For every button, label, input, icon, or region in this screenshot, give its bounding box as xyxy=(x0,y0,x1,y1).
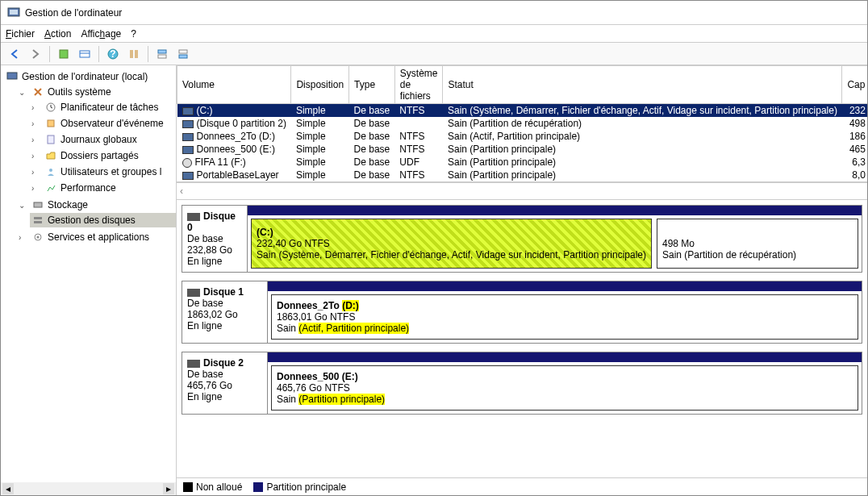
col-type[interactable]: Type xyxy=(349,66,395,104)
volume-header-row[interactable]: Volume Disposition Type Système de fichi… xyxy=(177,66,869,104)
volume-icon xyxy=(182,146,194,154)
expand-icon[interactable]: › xyxy=(19,233,28,242)
svg-rect-10 xyxy=(158,55,166,58)
scroll-left-icon[interactable]: ◂ xyxy=(2,483,14,494)
volume-row[interactable]: (Disque 0 partition 2)SimpleDe baseSain … xyxy=(177,117,869,130)
toolbar-separator xyxy=(49,46,50,62)
col-disposition[interactable]: Disposition xyxy=(291,66,349,104)
properties-button[interactable] xyxy=(76,45,94,63)
volume-icon xyxy=(182,172,194,180)
disk-header-bar xyxy=(268,281,862,291)
volume-icon xyxy=(182,120,194,128)
tree-disk-management[interactable]: Gestion des disques xyxy=(30,213,176,227)
partition-d[interactable]: Donnees_2To (D:) 1863,01 Go NTFS Sain (A… xyxy=(271,294,858,340)
view-top-button[interactable] xyxy=(153,45,171,63)
svg-rect-11 xyxy=(179,50,187,53)
disk-1[interactable]: Disque 1 De base 1863,02 Go En ligne Don… xyxy=(182,281,862,344)
tree-pane[interactable]: Gestion de l'ordinateur (local) ⌄ Outils… xyxy=(1,65,177,495)
tree-task-scheduler[interactable]: ›Planificateur de tâches xyxy=(30,100,176,115)
content-pane: Volume Disposition Type Système de fichi… xyxy=(177,65,867,495)
toolbar: ? xyxy=(1,43,867,65)
tree-shared-folders[interactable]: ›Dossiers partagés xyxy=(30,148,176,163)
svg-rect-13 xyxy=(7,73,17,79)
tree-system-tools[interactable]: ⌄ Outils système xyxy=(17,85,176,99)
tree-performance[interactable]: ›Performance xyxy=(30,181,176,195)
tree-horizontal-scrollbar[interactable]: ◂ ▸ xyxy=(1,482,176,495)
tree-users-groups[interactable]: ›Utilisateurs et groupes l xyxy=(30,165,176,179)
legend-unallocated: Non alloué xyxy=(183,481,242,493)
col-status[interactable]: Statut xyxy=(443,66,842,104)
toolbar-separator xyxy=(148,46,148,62)
expand-icon[interactable]: › xyxy=(31,119,41,128)
svg-rect-12 xyxy=(179,55,187,58)
disk-graphical-view[interactable]: Disque 0 De base 232,88 Go En ligne (C:)… xyxy=(177,200,867,477)
view-list-button[interactable] xyxy=(125,45,143,63)
svg-rect-16 xyxy=(48,135,54,144)
tree-event-viewer[interactable]: ›Observateur d'événeme xyxy=(30,116,176,131)
expand-icon[interactable]: › xyxy=(31,184,41,193)
disk-2[interactable]: Disque 2 De base 465,76 Go En ligne Donn… xyxy=(182,352,862,415)
perf-icon xyxy=(44,181,57,194)
svg-point-17 xyxy=(49,169,52,172)
scroll-left-icon: ‹ xyxy=(180,185,183,197)
window-title: Gestion de l'ordinateur xyxy=(25,7,122,19)
svg-rect-8 xyxy=(135,50,138,58)
legend-primary: Partition principale xyxy=(253,481,346,493)
volume-list[interactable]: Volume Disposition Type Système de fichi… xyxy=(177,65,867,182)
clock-icon xyxy=(44,101,57,114)
partition-recovery[interactable]: 498 Mo Sain (Partition de récupération) xyxy=(657,219,858,269)
disk-header-bar xyxy=(268,352,862,362)
volume-icon xyxy=(182,158,192,168)
menu-action[interactable]: Action xyxy=(44,28,71,40)
disk-0[interactable]: Disque 0 De base 232,88 Go En ligne (C:)… xyxy=(182,205,862,273)
expand-icon[interactable]: › xyxy=(31,168,41,177)
help-button[interactable]: ? xyxy=(104,45,122,63)
menu-view[interactable]: Affichage xyxy=(81,28,121,40)
tree-global-logs[interactable]: ›Journaux globaux xyxy=(30,132,176,147)
svg-rect-19 xyxy=(34,217,42,219)
back-button[interactable] xyxy=(6,45,23,63)
collapse-icon[interactable]: ⌄ xyxy=(19,88,28,97)
volume-row[interactable]: FIFA 11 (F:)SimpleDe baseUDFSain (Partit… xyxy=(177,156,869,169)
partition-e[interactable]: Donnees_500 (E:) 465,76 Go NTFS Sain (Pa… xyxy=(271,365,858,411)
menu-help[interactable]: ? xyxy=(131,28,136,40)
svg-rect-1 xyxy=(10,10,18,15)
tree-services-apps[interactable]: › Services et applications xyxy=(17,230,176,244)
col-filesystem[interactable]: Système de fichiers xyxy=(394,66,443,104)
disk-icon xyxy=(187,213,200,221)
svg-text:?: ? xyxy=(110,48,115,60)
disk-header-bar xyxy=(248,206,862,215)
view-bottom-button[interactable] xyxy=(174,45,192,63)
refresh-button[interactable] xyxy=(55,45,73,63)
tree-storage[interactable]: ⌄ Stockage xyxy=(17,198,176,212)
partition-c[interactable]: (C:) 232,40 Go NTFS Sain (Système, Démar… xyxy=(251,219,652,269)
users-icon xyxy=(44,165,57,178)
titlebar: Gestion de l'ordinateur xyxy=(1,1,867,25)
expand-icon[interactable]: › xyxy=(31,135,41,144)
svg-rect-9 xyxy=(158,50,166,53)
folder-icon xyxy=(44,149,57,162)
menu-file[interactable]: Fichier xyxy=(6,28,35,40)
tree-root[interactable]: Gestion de l'ordinateur (local) xyxy=(4,69,176,84)
disk-icon xyxy=(187,289,200,297)
volume-row[interactable]: (C:)SimpleDe baseNTFSSain (Système, Déma… xyxy=(177,104,869,118)
event-icon xyxy=(44,117,57,130)
col-capacity[interactable]: Cap xyxy=(842,66,868,104)
volume-row[interactable]: PortableBaseLayerSimpleDe baseNTFSSain (… xyxy=(177,169,869,181)
volume-row[interactable]: Donnees_500 (E:)SimpleDe baseNTFSSain (P… xyxy=(177,143,869,156)
svg-rect-2 xyxy=(60,50,68,58)
log-icon xyxy=(44,133,57,146)
col-volume[interactable]: Volume xyxy=(177,66,291,104)
computer-icon xyxy=(6,70,19,83)
forward-button[interactable] xyxy=(27,45,44,63)
scroll-right-icon[interactable]: ▸ xyxy=(163,483,174,494)
swatch-black xyxy=(183,482,193,492)
expand-icon[interactable]: › xyxy=(31,103,41,112)
expand-icon[interactable]: › xyxy=(31,152,41,160)
svg-rect-15 xyxy=(48,120,54,127)
collapse-icon[interactable]: ⌄ xyxy=(19,201,28,210)
storage-icon xyxy=(31,198,44,211)
volume-row[interactable]: Donnees_2To (D:)SimpleDe baseNTFSSain (A… xyxy=(177,130,869,143)
splitter-bar[interactable]: ‹ xyxy=(177,182,867,200)
gear-icon xyxy=(31,231,44,244)
